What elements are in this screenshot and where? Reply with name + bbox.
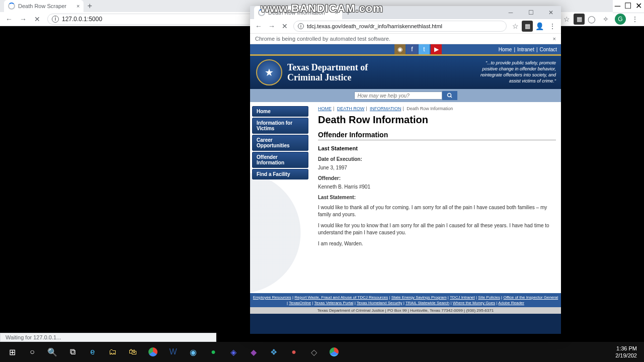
tdcj-body: Home Information for Victims Career Oppo… <box>250 102 561 293</box>
extension2-icon[interactable]: ◯ <box>585 12 599 26</box>
menu-icon[interactable]: ⋮ <box>546 20 559 33</box>
instagram-icon[interactable]: ◉ <box>394 44 406 54</box>
automated-browser-window: Death Row Information × + ─ ☐ ✕ ← → ✕ i … <box>250 6 561 334</box>
forward-button[interactable]: → <box>16 12 30 26</box>
store-icon[interactable]: 🛍 <box>123 342 143 362</box>
search-button[interactable] <box>442 91 457 100</box>
crumb-current: Death Row Information <box>407 106 453 111</box>
back-button[interactable]: ← <box>2 12 16 26</box>
tdcj-topnav: ◉ f t ▶ Home | Intranet | Contact <box>250 44 561 54</box>
profile-icon[interactable]: 👤 <box>533 20 546 33</box>
youtube-icon[interactable]: ▶ <box>431 44 442 54</box>
record-icon[interactable]: ● <box>284 342 304 362</box>
maximize-button[interactable]: ☐ <box>521 6 541 19</box>
close-icon[interactable]: × <box>335 10 338 16</box>
forward-button[interactable]: → <box>265 20 278 33</box>
maximize-button[interactable]: ☐ <box>622 0 633 13</box>
url-text: 127.0.0.1:5000 <box>62 16 102 23</box>
star-icon[interactable]: ☆ <box>559 12 574 26</box>
start-button[interactable]: ⊞ <box>2 342 22 362</box>
topnav-intranet[interactable]: Intranet <box>517 47 534 52</box>
date-value: June 3, 1997 <box>318 165 556 170</box>
clock-time: 1:36 PM <box>615 345 637 352</box>
system-tray[interactable]: 1:36 PM 2/19/202 <box>610 345 642 359</box>
tdcj-main: HOME| DEATH ROW| INFORMATION| Death Row … <box>313 102 561 293</box>
minimize-button[interactable]: ─ <box>613 0 622 13</box>
new-tab-button[interactable]: + <box>342 7 354 19</box>
tdcj-motto: "...to provide public safety, promote po… <box>480 60 556 84</box>
bottom-blue-pad <box>250 314 561 334</box>
search-icon <box>447 93 453 99</box>
svg-line-1 <box>450 97 452 98</box>
new-tab-button[interactable]: + <box>84 0 96 12</box>
tdcj-header: Texas Department of Criminal Justice "..… <box>250 56 561 89</box>
sidebar-item-offender[interactable]: Offender Information <box>252 152 308 168</box>
topnav-contact[interactable]: Contact <box>540 47 557 52</box>
steam-icon[interactable]: ◉ <box>183 342 203 362</box>
discord-icon[interactable]: ◈ <box>223 342 244 362</box>
profile-avatar[interactable]: G <box>615 14 626 25</box>
stop-button[interactable]: ✕ <box>278 20 291 33</box>
site-info-icon[interactable]: i <box>52 16 59 23</box>
word-icon[interactable]: W <box>163 342 183 362</box>
sidebar-item-home[interactable]: Home <box>252 106 308 117</box>
statement-p1: I would like to thank all of you for com… <box>318 204 556 218</box>
app3-icon[interactable]: ◇ <box>304 342 324 362</box>
chrome-running-icon[interactable] <box>324 342 344 362</box>
fg-page-content: ◉ f t ▶ Home | Intranet | Contact Texas … <box>250 44 561 334</box>
offender-label: Offender: <box>318 175 556 181</box>
sidebar-item-victims[interactable]: Information for Victims <box>252 118 308 134</box>
fg-tab-tdcj[interactable]: Death Row Information × <box>254 6 342 19</box>
crumb-home[interactable]: HOME <box>318 106 332 111</box>
statement-p2: I would like for you to know that I am s… <box>318 222 556 236</box>
facebook-icon[interactable]: f <box>407 44 418 54</box>
extension-icon[interactable]: ▦ <box>522 21 533 32</box>
tdcj-sidebar: Home Information for Victims Career Oppo… <box>250 102 313 293</box>
bg-tab-title: Death Row Scraper <box>18 3 66 9</box>
menu-icon[interactable]: ⋮ <box>628 12 642 26</box>
stop-button[interactable]: ✕ <box>30 12 44 26</box>
crumb-information[interactable]: INFORMATION <box>370 106 401 111</box>
star-icon[interactable]: ☆ <box>509 20 522 33</box>
close-window-button[interactable]: ✕ <box>541 6 561 19</box>
tdcj-contact: Texas Department of Criminal Justice | P… <box>250 307 561 314</box>
file-explorer-icon[interactable]: 🗂 <box>103 342 123 362</box>
page-title: Death Row Information <box>318 114 556 126</box>
close-icon[interactable]: × <box>553 36 556 42</box>
bg-tab-scraper[interactable]: Death Row Scraper × <box>4 0 84 12</box>
breadcrumb: HOME| DEATH ROW| INFORMATION| Death Row … <box>318 106 556 111</box>
close-icon[interactable]: × <box>76 3 79 9</box>
edge-icon[interactable]: e <box>83 342 103 362</box>
app-icon[interactable]: ◆ <box>244 342 264 362</box>
task-view-icon[interactable]: ⧉ <box>62 342 83 362</box>
tdcj-seal-icon <box>256 59 282 85</box>
automation-infobar: Chrome is being controlled by automated … <box>250 33 561 44</box>
app2-icon[interactable]: ❖ <box>264 342 284 362</box>
crumb-deathrow[interactable]: DEATH ROW <box>337 106 364 111</box>
minimize-button[interactable]: ─ <box>501 6 521 19</box>
search-input[interactable] <box>354 92 442 100</box>
site-info-icon[interactable]: i <box>298 23 304 29</box>
clock-date: 2/19/202 <box>615 352 637 359</box>
loading-spinner-icon <box>258 9 265 16</box>
sidebar-item-facility[interactable]: Find a Facility <box>252 169 308 179</box>
chrome-icon[interactable] <box>143 342 163 362</box>
fg-tabstrip: Death Row Information × + ─ ☐ ✕ <box>250 6 561 19</box>
url-text: tdcj.texas.gov/death_row/dr_info/harrisk… <box>307 23 442 29</box>
fg-tab-title: Death Row Information <box>268 10 325 16</box>
cortana-icon[interactable]: ○ <box>22 342 42 362</box>
back-button[interactable]: ← <box>252 20 265 33</box>
close-window-button[interactable]: ✕ <box>633 0 644 13</box>
spotify-icon[interactable]: ● <box>203 342 223 362</box>
extension-icon[interactable]: ▦ <box>574 14 585 25</box>
address-bar[interactable]: i tdcj.texas.gov/death_row/dr_info/harri… <box>293 21 507 32</box>
twitter-icon[interactable]: t <box>419 44 430 54</box>
tdcj-searchbar <box>250 89 561 102</box>
search-icon[interactable]: 🔍 <box>42 342 62 362</box>
extension3-icon[interactable]: ✧ <box>599 12 613 26</box>
topnav-home[interactable]: Home <box>499 47 512 52</box>
sidebar-item-career[interactable]: Career Opportunities <box>252 135 308 151</box>
social-icons: ◉ f t ▶ <box>394 44 442 54</box>
tdcj-title: Texas Department of Criminal Justice <box>287 62 368 82</box>
loading-spinner-icon <box>8 3 15 10</box>
